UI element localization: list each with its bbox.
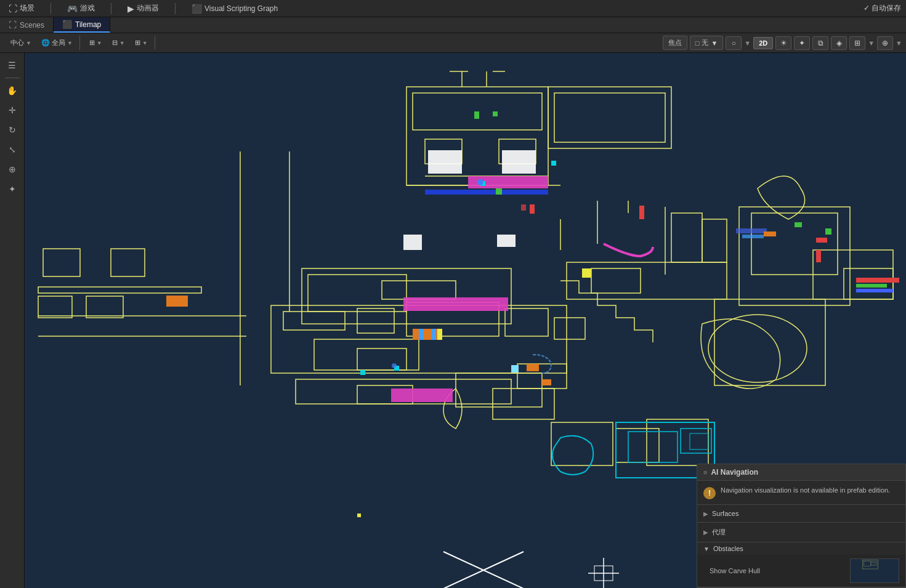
center-arrow: ▼ bbox=[26, 40, 31, 46]
svg-rect-62 bbox=[497, 235, 516, 247]
svg-rect-78 bbox=[493, 111, 498, 116]
tool1-icon: ⊞ bbox=[89, 39, 95, 47]
menu-sep-3 bbox=[175, 3, 176, 14]
2d-button[interactable]: 2D bbox=[753, 37, 773, 49]
svg-point-81 bbox=[477, 179, 483, 185]
svg-rect-93 bbox=[795, 222, 802, 227]
menu-sep-1 bbox=[51, 3, 51, 14]
svg-rect-89 bbox=[437, 329, 442, 340]
toolbar-group-pivot: 中心 ▼ 🌐 全局 ▼ bbox=[4, 36, 80, 50]
menu-animator[interactable]: ▶ 动画器 bbox=[124, 2, 163, 15]
svg-point-82 bbox=[392, 363, 397, 368]
svg-rect-75 bbox=[521, 204, 526, 211]
menu-game[interactable]: 🎮 游戏 bbox=[63, 2, 99, 15]
svg-rect-70 bbox=[360, 370, 365, 375]
obstacles-thumbnail bbox=[850, 558, 899, 583]
effects-button[interactable]: ✦ bbox=[794, 36, 810, 50]
svg-rect-73 bbox=[639, 206, 644, 219]
audio-button[interactable]: ⧉ bbox=[812, 36, 828, 50]
surfaces-section: ▶ Surfaces bbox=[697, 505, 905, 523]
tab-scenes[interactable]: ⛶ Scenes bbox=[0, 17, 54, 33]
svg-rect-97 bbox=[856, 289, 893, 292]
tabs-bar: ⛶ Scenes ⬛ Tilemap bbox=[0, 17, 906, 33]
menu-vsg[interactable]: ⬛ Visual Scripting Graph bbox=[188, 2, 281, 15]
global-button[interactable]: 🌐 全局 ▼ bbox=[37, 36, 77, 50]
tool3-button[interactable]: ⊞ ▼ bbox=[131, 36, 152, 49]
svg-rect-57 bbox=[391, 389, 453, 402]
viewport[interactable]: ≡ AI Navigation ! Navigation visualizati… bbox=[25, 53, 906, 588]
scene-icon: ⛶ bbox=[9, 4, 17, 14]
agent-row[interactable]: ▶ 代理 bbox=[697, 525, 905, 539]
svg-rect-68 bbox=[551, 161, 556, 166]
menu-scene[interactable]: ⛶ 场景 bbox=[5, 2, 38, 15]
gizmos-button[interactable]: ⊕ bbox=[877, 36, 893, 50]
panel-header-icon: ≡ bbox=[703, 469, 707, 476]
svg-rect-58 bbox=[425, 190, 548, 195]
svg-rect-80 bbox=[825, 228, 831, 235]
tilemap-tab-icon: ⬛ bbox=[62, 20, 72, 29]
tab-tilemap[interactable]: ⬛ Tilemap bbox=[54, 17, 110, 33]
scenes-tab-label: Scenes bbox=[20, 21, 44, 30]
svg-rect-85 bbox=[413, 329, 418, 340]
tool3-icon: ⊞ bbox=[135, 39, 140, 47]
obstacles-label: Obstacles bbox=[713, 545, 743, 552]
svg-rect-77 bbox=[474, 111, 479, 119]
surfaces-label: Surfaces bbox=[712, 510, 738, 517]
animator-icon: ▶ bbox=[127, 4, 134, 14]
svg-rect-108 bbox=[862, 560, 878, 569]
svg-rect-87 bbox=[425, 329, 430, 340]
menu-tool-button[interactable]: ☰ bbox=[4, 57, 21, 74]
surfaces-row[interactable]: ▶ Surfaces bbox=[697, 507, 905, 520]
grid-button[interactable]: ⊞ bbox=[849, 36, 865, 50]
focus-button[interactable]: 焦点 bbox=[663, 36, 687, 50]
hand-tool-button[interactable]: ✋ bbox=[4, 82, 21, 99]
svg-rect-111 bbox=[873, 563, 876, 565]
panel-header: ≡ AI Navigation bbox=[697, 464, 905, 481]
svg-rect-66 bbox=[527, 364, 539, 371]
toolbar-right: 焦点 □ 无 ▼ ○ ▼ 2D ☀ ✦ ⧉ ◈ ⊞ ▼ ⊕ ▼ bbox=[663, 36, 902, 50]
tool2-icon: ⊟ bbox=[112, 39, 118, 47]
left-sep-1 bbox=[5, 78, 20, 78]
gizmos-arrow: ▼ bbox=[896, 39, 902, 47]
global-label: 全局 bbox=[52, 38, 65, 47]
custom-tool-button[interactable]: ✦ bbox=[4, 180, 21, 198]
obstacles-arrow: ▼ bbox=[703, 546, 710, 552]
svg-rect-56 bbox=[403, 297, 508, 311]
circle-button[interactable]: ○ bbox=[726, 36, 742, 50]
obstacles-section: ▼ Obstacles Show Carve Hull bbox=[697, 542, 905, 587]
center-label: 中心 bbox=[10, 38, 24, 47]
svg-rect-84 bbox=[357, 513, 361, 517]
move-tool-button[interactable]: ✛ bbox=[4, 102, 21, 119]
panel-title: AI Navigation bbox=[711, 468, 758, 477]
svg-rect-79 bbox=[496, 188, 502, 195]
toolbar: 中心 ▼ 🌐 全局 ▼ ⊞ ▼ ⊟ ▼ ⊞ ▼ 焦点 □ 无 ▼ ○ bbox=[0, 33, 906, 53]
svg-rect-74 bbox=[530, 204, 535, 214]
main-area: ☰ ✋ ✛ ↻ ⤡ ⊕ ✦ bbox=[0, 53, 906, 588]
svg-rect-110 bbox=[872, 562, 877, 565]
vis-button[interactable]: ◈ bbox=[831, 36, 847, 50]
focus-label: 焦点 bbox=[668, 38, 682, 47]
none-button[interactable]: □ 无 ▼ bbox=[690, 36, 724, 50]
svg-rect-94 bbox=[816, 238, 827, 243]
tool1-button[interactable]: ⊞ ▼ bbox=[85, 36, 107, 49]
rect-tool-button[interactable]: ⊕ bbox=[4, 161, 21, 178]
svg-rect-86 bbox=[419, 329, 424, 340]
svg-rect-60 bbox=[502, 150, 536, 174]
game-label: 游戏 bbox=[80, 3, 95, 14]
menu-bar: ⛶ 场景 🎮 游戏 ▶ 动画器 ⬛ Visual Scripting Graph… bbox=[0, 0, 906, 17]
game-icon: 🎮 bbox=[67, 4, 78, 14]
svg-rect-67 bbox=[542, 379, 551, 385]
obstacles-row[interactable]: ▼ Obstacles bbox=[697, 542, 905, 555]
svg-rect-90 bbox=[736, 228, 767, 233]
tool2-button[interactable]: ⊟ ▼ bbox=[108, 36, 129, 49]
scale-tool-button[interactable]: ⤡ bbox=[4, 141, 21, 158]
scene-label: 场景 bbox=[20, 3, 34, 14]
animator-label: 动画器 bbox=[137, 3, 159, 14]
light-button[interactable]: ☀ bbox=[775, 36, 791, 50]
svg-rect-72 bbox=[511, 365, 519, 373]
tilemap-tab-label: Tilemap bbox=[75, 20, 101, 29]
rotate-tool-button[interactable]: ↻ bbox=[4, 121, 21, 139]
svg-rect-83 bbox=[582, 268, 591, 278]
center-button[interactable]: 中心 ▼ bbox=[6, 36, 36, 50]
scenes-tab-icon: ⛶ bbox=[9, 20, 17, 30]
